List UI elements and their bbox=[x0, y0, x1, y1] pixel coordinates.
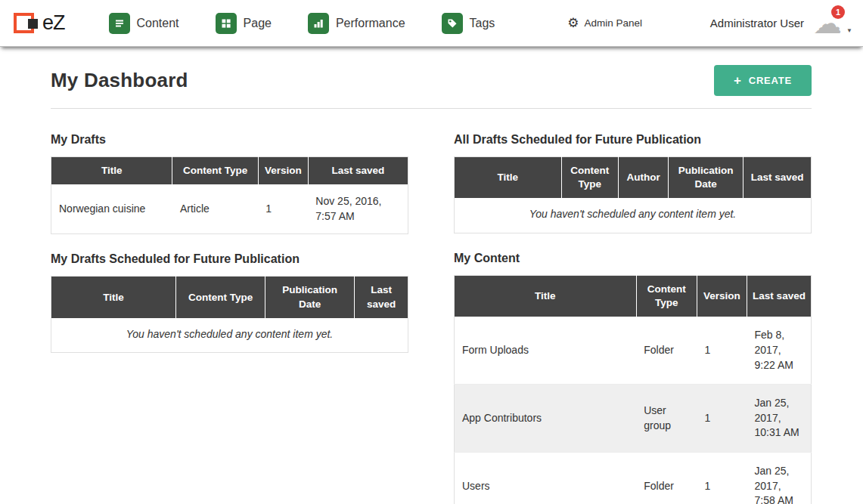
main-nav: Content Page Performance Tags bbox=[109, 13, 495, 34]
dashboard-columns: My Drafts Title Content Type Version Las… bbox=[51, 115, 812, 504]
avatar[interactable]: ☁ 1 ▼ bbox=[813, 8, 846, 39]
table-row[interactable]: Users Folder 1 Jan 25, 2017, 7:58 AM bbox=[455, 453, 812, 504]
column-header: Last saved bbox=[747, 276, 812, 317]
empty-message-row: You haven't scheduled any content item y… bbox=[51, 318, 408, 353]
page-title: My Dashboard bbox=[51, 69, 188, 92]
tags-icon bbox=[442, 13, 463, 34]
all-drafts-scheduled-table: Title Content Type Author Publication Da… bbox=[454, 156, 812, 233]
nav-item-tags[interactable]: Tags bbox=[442, 13, 495, 34]
content-icon bbox=[109, 13, 130, 34]
ez-logo[interactable]: eZ bbox=[14, 11, 65, 36]
column-header: Version bbox=[697, 276, 747, 317]
cell-version: 1 bbox=[697, 453, 747, 504]
ez-logo-text: eZ bbox=[42, 11, 65, 35]
nav-item-page[interactable]: Page bbox=[216, 13, 272, 34]
table-header-row: Title Content Type Author Publication Da… bbox=[455, 157, 812, 199]
nav-item-label: Page bbox=[244, 17, 272, 30]
empty-message: You haven't scheduled any content item y… bbox=[455, 198, 812, 233]
page-header: My Dashboard + CREATE bbox=[51, 65, 812, 109]
section-heading: All Drafts Scheduled for Future Publicat… bbox=[454, 133, 812, 147]
table-row[interactable]: Form Uploads Folder 1 Feb 8, 2017, 9:22 … bbox=[455, 317, 812, 384]
cell-content-type: User group bbox=[636, 385, 697, 453]
empty-message: You haven't scheduled any content item y… bbox=[51, 318, 408, 353]
cell-content-type: Article bbox=[172, 184, 258, 234]
cell-version: 1 bbox=[258, 184, 308, 234]
create-button[interactable]: + CREATE bbox=[714, 65, 812, 96]
nav-item-label: Content bbox=[137, 17, 179, 30]
chevron-down-icon: ▼ bbox=[846, 27, 852, 34]
section-heading: My Drafts Scheduled for Future Publicati… bbox=[51, 252, 408, 266]
column-header: Title bbox=[455, 157, 562, 199]
page-icon bbox=[216, 13, 237, 34]
column-header: Title bbox=[51, 277, 176, 318]
section-heading: My Content bbox=[454, 252, 812, 265]
my-drafts-scheduled-table: Title Content Type Publication Date Last… bbox=[51, 276, 408, 353]
column-header: Content Type bbox=[636, 276, 697, 317]
cell-version: 1 bbox=[697, 317, 747, 384]
create-button-label: CREATE bbox=[749, 75, 792, 86]
cell-title: Users bbox=[455, 453, 637, 504]
cell-title: Form Uploads bbox=[455, 317, 637, 384]
user-menu[interactable]: Administrator User ☁ 1 ▼ bbox=[710, 8, 846, 39]
performance-icon bbox=[308, 13, 329, 34]
cell-last-saved: Jan 25, 2017, 7:58 AM bbox=[747, 453, 812, 504]
cell-content-type: Folder bbox=[636, 317, 697, 384]
notification-badge[interactable]: 1 bbox=[831, 5, 845, 19]
column-header: Publication Date bbox=[669, 157, 743, 199]
column-header: Author bbox=[619, 157, 669, 199]
nav-item-label: Tags bbox=[470, 17, 495, 30]
column-header: Publication Date bbox=[265, 277, 355, 318]
ez-logo-icon bbox=[14, 11, 39, 36]
column-header: Version bbox=[258, 157, 308, 185]
user-name: Administrator User bbox=[710, 17, 804, 29]
my-drafts-table: Title Content Type Version Last saved No… bbox=[51, 156, 408, 234]
table-header-row: Title Content Type Version Last saved bbox=[51, 157, 408, 185]
table-header-row: Title Content Type Publication Date Last… bbox=[51, 277, 408, 318]
cell-title: App Contributors bbox=[455, 385, 637, 453]
column-header: Last saved bbox=[743, 157, 812, 199]
top-navbar: eZ Content Page Performance Tags bbox=[0, 0, 863, 47]
column-header: Last saved bbox=[355, 277, 408, 318]
column-header: Content Type bbox=[561, 157, 619, 199]
section-my-drafts: My Drafts Title Content Type Version Las… bbox=[51, 133, 408, 234]
plus-icon: + bbox=[734, 74, 742, 87]
cell-title: Norwegian cuisine bbox=[51, 184, 172, 234]
section-heading: My Drafts bbox=[51, 133, 408, 147]
cell-last-saved: Nov 25, 2016, 7:57 AM bbox=[308, 184, 408, 234]
column-header: Title bbox=[455, 276, 637, 317]
dashboard-main: My Dashboard + CREATE My Drafts Title Co… bbox=[0, 65, 863, 504]
nav-item-performance[interactable]: Performance bbox=[308, 13, 405, 34]
table-row[interactable]: App Contributors User group 1 Jan 25, 20… bbox=[455, 385, 812, 453]
cell-content-type: Folder bbox=[636, 453, 697, 504]
cell-version: 1 bbox=[697, 385, 747, 453]
column-header: Last saved bbox=[308, 157, 408, 185]
column-header: Content Type bbox=[176, 277, 265, 318]
nav-item-content[interactable]: Content bbox=[109, 13, 179, 34]
gear-icon: ⚙ bbox=[567, 17, 579, 29]
column-header: Content Type bbox=[172, 157, 258, 185]
section-my-content: My Content Title Content Type Version La… bbox=[454, 252, 812, 504]
section-all-drafts-scheduled: All Drafts Scheduled for Future Publicat… bbox=[454, 133, 812, 233]
my-content-table: Title Content Type Version Last saved Fo… bbox=[454, 275, 812, 504]
section-my-drafts-scheduled: My Drafts Scheduled for Future Publicati… bbox=[51, 252, 408, 353]
cell-last-saved: Feb 8, 2017, 9:22 AM bbox=[747, 317, 812, 384]
empty-message-row: You haven't scheduled any content item y… bbox=[455, 198, 812, 233]
table-row[interactable]: Norwegian cuisine Article 1 Nov 25, 2016… bbox=[51, 184, 408, 234]
admin-panel-label: Admin Panel bbox=[585, 17, 643, 29]
cell-last-saved: Jan 25, 2017, 10:31 AM bbox=[747, 385, 812, 453]
right-column: All Drafts Scheduled for Future Publicat… bbox=[454, 115, 812, 504]
table-header-row: Title Content Type Version Last saved bbox=[455, 276, 812, 317]
column-header: Title bbox=[51, 157, 172, 185]
nav-item-label: Performance bbox=[336, 17, 405, 30]
admin-panel-button[interactable]: ⚙ Admin Panel bbox=[567, 17, 642, 29]
left-column: My Drafts Title Content Type Version Las… bbox=[51, 115, 408, 504]
